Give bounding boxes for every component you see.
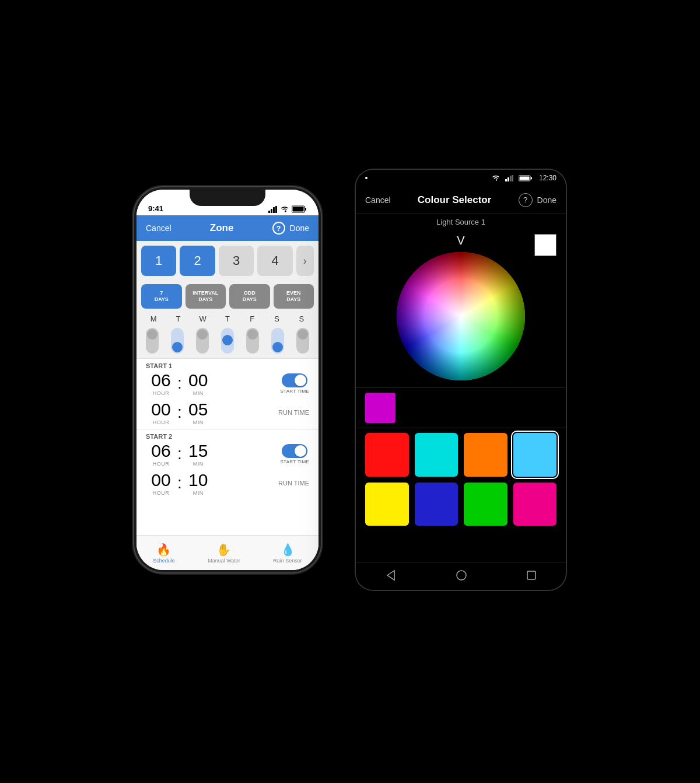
android-done-button[interactable]: Done xyxy=(537,195,556,205)
color-swatch-cyan[interactable] xyxy=(415,433,459,477)
day-letter-m: M xyxy=(141,314,166,323)
android-nav-title: Colour Selector xyxy=(418,194,492,206)
ios-notch xyxy=(190,190,265,206)
day-letter-t1: T xyxy=(166,314,190,323)
tab-schedule[interactable]: 🔥 Schedule xyxy=(153,543,175,564)
day-letter-f: F xyxy=(240,314,264,323)
android-back-button[interactable] xyxy=(384,569,397,584)
zone-tab-2[interactable]: 2 xyxy=(180,246,215,276)
start-1-toggle-label: START TIME xyxy=(280,389,309,394)
day-mode-even[interactable]: EVENDAYS xyxy=(274,284,314,309)
android-subtitle: Light Source 1 xyxy=(356,214,566,229)
color-swatch-pink[interactable] xyxy=(513,483,557,526)
color-preview-box[interactable] xyxy=(534,234,556,256)
done-button[interactable]: Done xyxy=(290,223,309,233)
svg-rect-5 xyxy=(305,208,306,211)
color-wheel-area[interactable] xyxy=(356,247,566,387)
day-toggle-mon[interactable] xyxy=(146,328,159,354)
recents-icon xyxy=(526,569,537,581)
cancel-button[interactable]: Cancel xyxy=(146,223,172,233)
selected-color-swatch[interactable] xyxy=(365,393,396,423)
android-status-bar: 12:30 xyxy=(356,170,566,186)
schedule-content: START 1 06 HOUR : 00 MIN xyxy=(136,358,318,499)
day-mode-interval[interactable]: INTERVALDAYS xyxy=(186,284,226,309)
start-1-hour: 06 xyxy=(146,370,176,390)
android-wifi-icon xyxy=(492,175,500,181)
color-swatch-red[interactable] xyxy=(365,433,409,477)
run-2-hour: 00 xyxy=(146,470,176,490)
svg-rect-2 xyxy=(273,207,275,213)
day-modes: 7DAYS INTERVALDAYS ODDDAYS EVENDAYS xyxy=(136,281,318,312)
day-letter-w: W xyxy=(191,314,215,323)
start-2-colon: : xyxy=(176,445,183,463)
help-button[interactable]: ? xyxy=(272,222,285,235)
android-battery-icon xyxy=(519,175,533,181)
color-swatch-blue[interactable] xyxy=(415,483,459,526)
start-2-min-label: MIN xyxy=(183,461,214,467)
run-1-min-label: MIN xyxy=(183,420,214,425)
run-time-1-row: 00 HOUR : 05 MIN RUN TIME xyxy=(136,399,318,429)
android-recents-button[interactable] xyxy=(526,569,537,583)
wifi-icon xyxy=(280,206,289,213)
color-swatch-light-blue[interactable] xyxy=(513,433,557,477)
start-2-time-row: 06 HOUR : 15 MIN START TIME xyxy=(146,441,309,467)
android-phone: 12:30 Cancel Colour Selector ? Done Ligh… xyxy=(356,170,566,590)
day-letter-s1: S xyxy=(264,314,289,323)
day-toggle-tue[interactable] xyxy=(171,328,184,354)
color-grid xyxy=(365,433,556,526)
color-swatch-orange[interactable] xyxy=(464,433,508,477)
tab-rain-sensor[interactable]: 💧 Rain Sensor xyxy=(273,543,302,564)
start-1-label: START 1 xyxy=(146,362,309,369)
run-time-2-label: RUN TIME xyxy=(278,480,309,487)
svg-rect-3 xyxy=(275,206,277,213)
day-toggle-fri[interactable] xyxy=(246,328,259,354)
day-mode-7days[interactable]: 7DAYS xyxy=(141,284,182,309)
run-2-colon: : xyxy=(176,474,183,492)
color-wheel[interactable] xyxy=(397,252,525,380)
zone-tab-3[interactable]: 3 xyxy=(219,246,254,276)
color-swatch-green[interactable] xyxy=(464,483,508,526)
android-help-button[interactable]: ? xyxy=(519,193,533,207)
selected-color-row xyxy=(356,387,566,428)
android-nav-bar: Cancel Colour Selector ? Done xyxy=(356,186,566,214)
color-swatch-yellow[interactable] xyxy=(365,483,409,526)
home-icon xyxy=(455,569,468,582)
android-status-icons xyxy=(365,177,368,179)
android-bottom-nav xyxy=(356,562,566,590)
day-toggle-wed[interactable] xyxy=(196,328,209,354)
android-home-button[interactable] xyxy=(455,569,468,584)
tab-manual-water[interactable]: ✋ Manual Water xyxy=(208,543,240,564)
battery-icon xyxy=(292,205,307,213)
schedule-icon: 🔥 xyxy=(156,543,171,557)
run-2-hour-label: HOUR xyxy=(146,490,176,496)
svg-rect-13 xyxy=(519,176,529,180)
day-letter-t2: T xyxy=(215,314,240,323)
svg-point-15 xyxy=(457,571,466,580)
android-cancel-button[interactable]: Cancel xyxy=(365,195,391,205)
phones-container: 9:41 xyxy=(134,170,566,590)
back-icon xyxy=(384,569,397,582)
svg-rect-16 xyxy=(527,571,536,579)
start-2-toggle-wrap: START TIME xyxy=(280,444,309,464)
tab-schedule-label: Schedule xyxy=(153,558,175,564)
day-mode-odd[interactable]: ODDDAYS xyxy=(229,284,270,309)
ios-phone: 9:41 xyxy=(134,187,321,572)
day-toggle-sun[interactable] xyxy=(296,328,309,354)
day-letter-s2: S xyxy=(289,314,314,323)
tab-rain-sensor-label: Rain Sensor xyxy=(273,558,302,564)
start-2-min: 15 xyxy=(183,441,214,461)
svg-rect-6 xyxy=(293,207,304,212)
nav-title: Zone xyxy=(210,222,234,234)
zone-tab-more[interactable]: › xyxy=(296,246,314,276)
day-toggle-thu[interactable] xyxy=(221,328,234,354)
day-letters: M T W T F S S xyxy=(136,312,318,326)
zone-tab-1[interactable]: 1 xyxy=(141,246,176,276)
start-2-toggle[interactable] xyxy=(282,444,307,458)
zone-tab-4[interactable]: 4 xyxy=(257,246,292,276)
svg-rect-0 xyxy=(268,211,270,213)
day-toggle-sat[interactable] xyxy=(271,328,284,354)
ios-status-time: 9:41 xyxy=(148,204,163,213)
start-1-min: 00 xyxy=(183,370,214,390)
start-1-hour-label: HOUR xyxy=(146,390,176,396)
start-1-toggle[interactable] xyxy=(282,373,307,387)
